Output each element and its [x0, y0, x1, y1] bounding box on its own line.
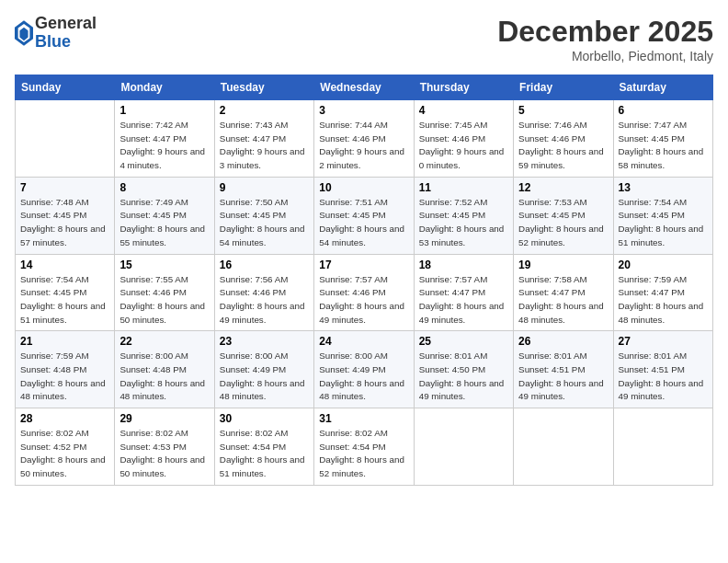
day-cell: 18Sunrise: 7:57 AMSunset: 4:47 PMDayligh…	[414, 254, 513, 331]
day-number: 31	[319, 412, 408, 425]
day-info: Sunrise: 8:00 AMSunset: 4:49 PMDaylight:…	[220, 350, 309, 404]
day-number: 17	[319, 259, 408, 271]
day-number: 11	[419, 181, 508, 194]
day-number: 24	[319, 335, 408, 348]
weekday-thursday: Thursday	[414, 75, 513, 100]
day-number: 2	[220, 104, 309, 117]
day-number: 30	[220, 412, 309, 425]
day-number: 19	[518, 259, 608, 271]
week-row-3: 21Sunrise: 7:59 AMSunset: 4:48 PMDayligh…	[16, 331, 713, 408]
logo-blue: Blue	[35, 33, 97, 52]
title-block: December 2025 Morbello, Piedmont, Italy	[497, 15, 713, 63]
day-info: Sunrise: 7:46 AMSunset: 4:46 PMDaylight:…	[518, 119, 608, 173]
page-header: General Blue December 2025 Morbello, Pie…	[15, 15, 713, 63]
day-cell: 22Sunrise: 8:00 AMSunset: 4:48 PMDayligh…	[115, 331, 214, 408]
day-number: 4	[419, 104, 508, 117]
day-cell: 20Sunrise: 7:59 AMSunset: 4:47 PMDayligh…	[613, 254, 712, 331]
location: Morbello, Piedmont, Italy	[497, 49, 713, 63]
day-cell: 13Sunrise: 7:54 AMSunset: 4:45 PMDayligh…	[613, 177, 712, 254]
day-number: 7	[20, 181, 109, 194]
day-cell: 21Sunrise: 7:59 AMSunset: 4:48 PMDayligh…	[16, 331, 115, 408]
day-cell: 11Sunrise: 7:52 AMSunset: 4:45 PMDayligh…	[414, 177, 513, 254]
day-cell: 6Sunrise: 7:47 AMSunset: 4:45 PMDaylight…	[613, 100, 712, 178]
day-info: Sunrise: 7:57 AMSunset: 4:46 PMDaylight:…	[319, 273, 408, 327]
day-number: 9	[220, 181, 309, 194]
day-number: 10	[319, 181, 408, 194]
day-info: Sunrise: 7:43 AMSunset: 4:47 PMDaylight:…	[220, 119, 309, 173]
day-info: Sunrise: 8:00 AMSunset: 4:49 PMDaylight:…	[319, 350, 408, 404]
day-cell: 2Sunrise: 7:43 AMSunset: 4:47 PMDaylight…	[214, 100, 313, 178]
day-number: 3	[319, 104, 408, 117]
day-number: 13	[619, 181, 708, 194]
day-cell: 14Sunrise: 7:54 AMSunset: 4:45 PMDayligh…	[16, 254, 115, 331]
day-info: Sunrise: 7:53 AMSunset: 4:45 PMDaylight:…	[518, 196, 608, 250]
day-info: Sunrise: 7:49 AMSunset: 4:45 PMDaylight:…	[119, 196, 209, 250]
day-cell: 3Sunrise: 7:44 AMSunset: 4:46 PMDaylight…	[314, 100, 414, 178]
day-cell	[16, 100, 115, 178]
day-info: Sunrise: 7:54 AMSunset: 4:45 PMDaylight:…	[20, 273, 109, 327]
day-cell: 28Sunrise: 8:02 AMSunset: 4:52 PMDayligh…	[16, 408, 115, 486]
logo-text: General Blue	[35, 15, 97, 52]
day-info: Sunrise: 7:44 AMSunset: 4:46 PMDaylight:…	[319, 119, 408, 173]
day-info: Sunrise: 7:55 AMSunset: 4:46 PMDaylight:…	[119, 273, 209, 327]
logo: General Blue	[15, 15, 97, 52]
day-number: 21	[20, 335, 109, 348]
week-row-2: 14Sunrise: 7:54 AMSunset: 4:45 PMDayligh…	[16, 254, 713, 331]
day-info: Sunrise: 8:01 AMSunset: 4:51 PMDaylight:…	[619, 350, 708, 404]
day-info: Sunrise: 7:59 AMSunset: 4:47 PMDaylight:…	[619, 273, 708, 327]
day-number: 5	[518, 104, 608, 117]
week-row-1: 7Sunrise: 7:48 AMSunset: 4:45 PMDaylight…	[16, 177, 713, 254]
day-cell: 10Sunrise: 7:51 AMSunset: 4:45 PMDayligh…	[314, 177, 414, 254]
day-cell: 25Sunrise: 8:01 AMSunset: 4:50 PMDayligh…	[414, 331, 513, 408]
day-info: Sunrise: 7:58 AMSunset: 4:47 PMDaylight:…	[518, 273, 608, 327]
day-cell: 27Sunrise: 8:01 AMSunset: 4:51 PMDayligh…	[613, 331, 712, 408]
day-number: 22	[119, 335, 209, 348]
day-info: Sunrise: 8:02 AMSunset: 4:53 PMDaylight:…	[119, 427, 209, 481]
day-cell: 1Sunrise: 7:42 AMSunset: 4:47 PMDaylight…	[115, 100, 214, 178]
day-cell: 19Sunrise: 7:58 AMSunset: 4:47 PMDayligh…	[514, 254, 613, 331]
day-cell	[414, 408, 513, 486]
weekday-saturday: Saturday	[613, 75, 712, 100]
day-info: Sunrise: 7:52 AMSunset: 4:45 PMDaylight:…	[419, 196, 508, 250]
weekday-tuesday: Tuesday	[214, 75, 313, 100]
day-info: Sunrise: 8:00 AMSunset: 4:48 PMDaylight:…	[119, 350, 209, 404]
day-info: Sunrise: 7:45 AMSunset: 4:46 PMDaylight:…	[419, 119, 508, 173]
day-cell: 26Sunrise: 8:01 AMSunset: 4:51 PMDayligh…	[514, 331, 613, 408]
day-cell: 17Sunrise: 7:57 AMSunset: 4:46 PMDayligh…	[314, 254, 414, 331]
day-number: 27	[619, 335, 708, 348]
day-cell: 15Sunrise: 7:55 AMSunset: 4:46 PMDayligh…	[115, 254, 214, 331]
calendar-header: SundayMondayTuesdayWednesdayThursdayFrid…	[16, 75, 713, 100]
day-number: 29	[119, 412, 209, 425]
day-info: Sunrise: 8:02 AMSunset: 4:54 PMDaylight:…	[319, 427, 408, 481]
day-cell: 16Sunrise: 7:56 AMSunset: 4:46 PMDayligh…	[214, 254, 313, 331]
weekday-monday: Monday	[115, 75, 214, 100]
day-info: Sunrise: 8:01 AMSunset: 4:50 PMDaylight:…	[419, 350, 508, 404]
day-info: Sunrise: 8:02 AMSunset: 4:52 PMDaylight:…	[20, 427, 109, 481]
logo-general: General	[35, 15, 97, 33]
day-number: 16	[220, 259, 309, 271]
day-number: 23	[220, 335, 309, 348]
day-info: Sunrise: 7:47 AMSunset: 4:45 PMDaylight:…	[619, 119, 708, 173]
day-number: 20	[619, 259, 708, 271]
day-info: Sunrise: 8:02 AMSunset: 4:54 PMDaylight:…	[220, 427, 309, 481]
calendar-body: 1Sunrise: 7:42 AMSunset: 4:47 PMDaylight…	[16, 100, 713, 486]
day-number: 15	[119, 259, 209, 271]
day-number: 1	[119, 104, 209, 117]
weekday-friday: Friday	[514, 75, 613, 100]
weekday-row: SundayMondayTuesdayWednesdayThursdayFrid…	[16, 75, 713, 100]
week-row-0: 1Sunrise: 7:42 AMSunset: 4:47 PMDaylight…	[16, 100, 713, 178]
day-number: 6	[619, 104, 708, 117]
calendar-table: SundayMondayTuesdayWednesdayThursdayFrid…	[15, 75, 713, 486]
day-number: 8	[119, 181, 209, 194]
day-cell	[514, 408, 613, 486]
day-info: Sunrise: 7:51 AMSunset: 4:45 PMDaylight:…	[319, 196, 408, 250]
day-cell: 23Sunrise: 8:00 AMSunset: 4:49 PMDayligh…	[214, 331, 313, 408]
day-cell: 9Sunrise: 7:50 AMSunset: 4:45 PMDaylight…	[214, 177, 313, 254]
day-number: 14	[20, 259, 109, 271]
day-cell	[613, 408, 712, 486]
day-cell: 30Sunrise: 8:02 AMSunset: 4:54 PMDayligh…	[214, 408, 313, 486]
weekday-sunday: Sunday	[16, 75, 115, 100]
day-number: 26	[518, 335, 608, 348]
day-number: 12	[518, 181, 608, 194]
week-row-4: 28Sunrise: 8:02 AMSunset: 4:52 PMDayligh…	[16, 408, 713, 486]
